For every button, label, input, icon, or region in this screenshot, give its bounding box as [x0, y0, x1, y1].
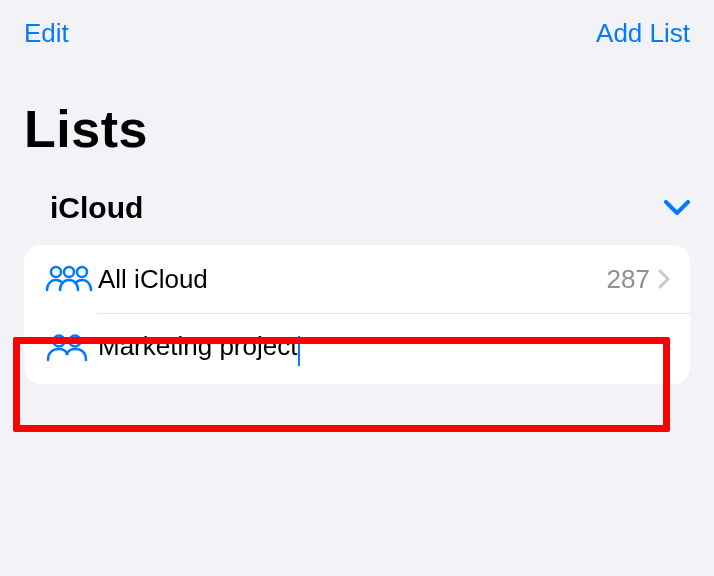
list-row-editing[interactable]: Marketing project [24, 313, 690, 384]
people-2-icon [44, 332, 98, 364]
section-header[interactable]: iCloud [0, 179, 714, 237]
chevron-down-icon[interactable] [664, 200, 690, 216]
edit-button[interactable]: Edit [24, 18, 69, 49]
list-name-input[interactable]: Marketing project [98, 331, 300, 366]
list-row-all-icloud[interactable]: All iCloud 287 [24, 245, 690, 313]
people-3-icon [44, 263, 98, 295]
svg-point-4 [70, 336, 81, 347]
svg-point-1 [64, 267, 74, 277]
row-count: 287 [607, 264, 650, 295]
text-cursor [298, 336, 300, 366]
list-container: All iCloud 287 Marketing project [24, 245, 690, 384]
header-bar: Edit Add List [0, 0, 714, 49]
page-title: Lists [0, 49, 714, 179]
chevron-right-icon [658, 269, 670, 289]
section-title: iCloud [50, 191, 143, 225]
row-label: All iCloud [98, 264, 607, 295]
svg-point-2 [77, 267, 87, 277]
svg-point-3 [54, 336, 65, 347]
add-list-button[interactable]: Add List [596, 18, 690, 49]
editing-text: Marketing project [98, 331, 297, 362]
svg-point-0 [51, 267, 61, 277]
